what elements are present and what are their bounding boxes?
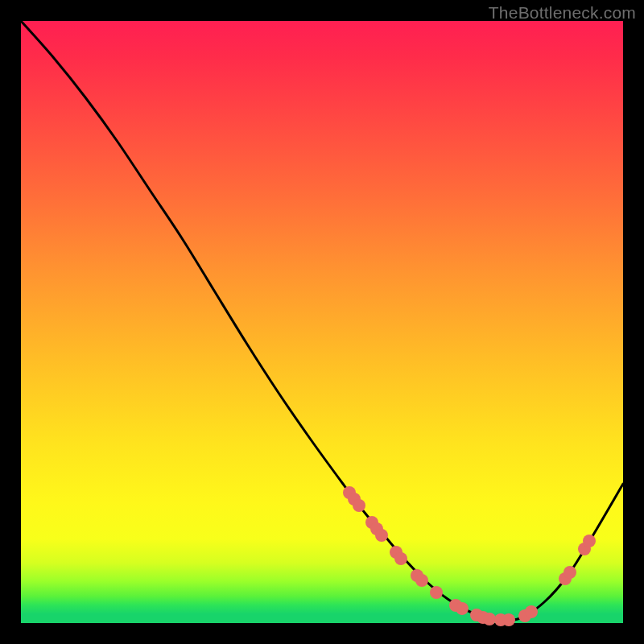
marker-dot bbox=[456, 602, 469, 615]
marker-dot bbox=[375, 529, 388, 542]
chart-stage: TheBottleneck.com bbox=[0, 0, 644, 644]
marker-dot bbox=[564, 566, 576, 579]
plot-area bbox=[21, 21, 623, 623]
marker-dot bbox=[394, 552, 407, 565]
marker-dot bbox=[415, 574, 428, 587]
marker-dot bbox=[483, 613, 496, 625]
chart-svg bbox=[21, 21, 623, 623]
curve-path bbox=[21, 21, 623, 621]
watermark-text: TheBottleneck.com bbox=[489, 3, 636, 23]
marker-dot bbox=[525, 605, 538, 618]
marker-dot bbox=[583, 535, 596, 547]
marker-dot bbox=[353, 499, 365, 512]
marker-dot bbox=[430, 586, 443, 599]
marker-group bbox=[343, 486, 596, 626]
marker-dot bbox=[502, 613, 515, 626]
